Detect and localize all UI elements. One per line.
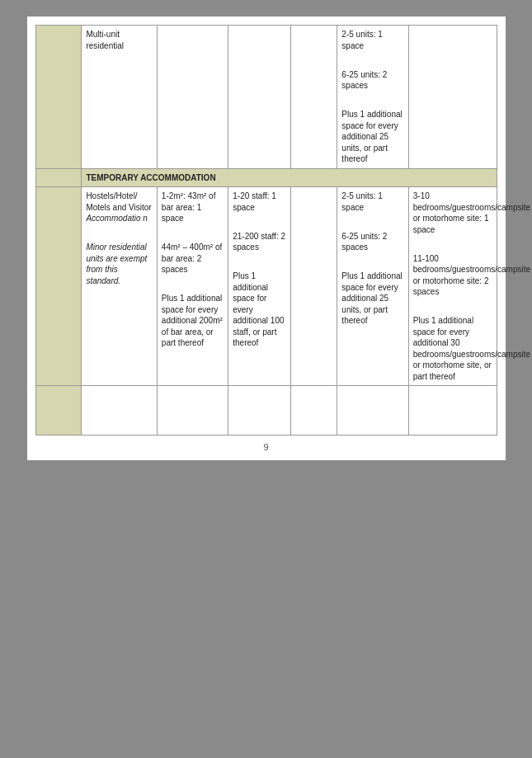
empty-bar bbox=[157, 386, 228, 435]
empty-units bbox=[337, 386, 408, 435]
blank-cell bbox=[291, 26, 337, 169]
empty-staff bbox=[228, 386, 291, 435]
page-number: 9 bbox=[35, 442, 497, 452]
left-margin-cell bbox=[35, 187, 82, 386]
page: Multi-unit residential 2-5 units: 1 spac… bbox=[27, 16, 506, 460]
bedrooms-cell bbox=[408, 26, 497, 169]
staff-cell: 1-20 staff: 1 space 21-200 staff: 2 spac… bbox=[228, 187, 291, 386]
table-container: Multi-unit residential 2-5 units: 1 spac… bbox=[35, 25, 497, 435]
units-cell: 2-5 units: 1 space 6-25 units: 2 spaces … bbox=[337, 26, 408, 169]
empty-margin bbox=[35, 386, 82, 435]
units-cell: 2-5 units: 1 space 6-25 units: 2 spaces … bbox=[337, 187, 408, 386]
use-cell: Multi-unit residential bbox=[82, 26, 157, 169]
bedrooms-cell: 3-10 bedrooms/guestrooms/campsite or mot… bbox=[408, 187, 497, 386]
table-row: Hostels/Hotel/Motels and Visitor Accommo… bbox=[35, 187, 497, 386]
section-header-row: TEMPORARY ACCOMMODATION bbox=[35, 168, 497, 187]
parking-table: Multi-unit residential 2-5 units: 1 spac… bbox=[35, 25, 497, 435]
blank-cell bbox=[291, 187, 337, 386]
empty-blank bbox=[291, 386, 337, 435]
empty-use bbox=[82, 386, 157, 435]
bar-cell bbox=[157, 26, 228, 169]
use-cell: Hostels/Hotel/Motels and Visitor Accommo… bbox=[82, 187, 157, 386]
empty-bedrooms bbox=[408, 386, 497, 435]
section-header-label: TEMPORARY ACCOMMODATION bbox=[82, 168, 497, 187]
left-margin-cell bbox=[35, 26, 82, 169]
table-row: Multi-unit residential 2-5 units: 1 spac… bbox=[35, 26, 497, 169]
empty-row bbox=[35, 386, 497, 435]
bar-cell: 1-2m²: 43m² of bar area: 1 space 44m² – … bbox=[157, 187, 228, 386]
staff-cell bbox=[228, 26, 291, 169]
section-header-margin bbox=[35, 168, 82, 187]
